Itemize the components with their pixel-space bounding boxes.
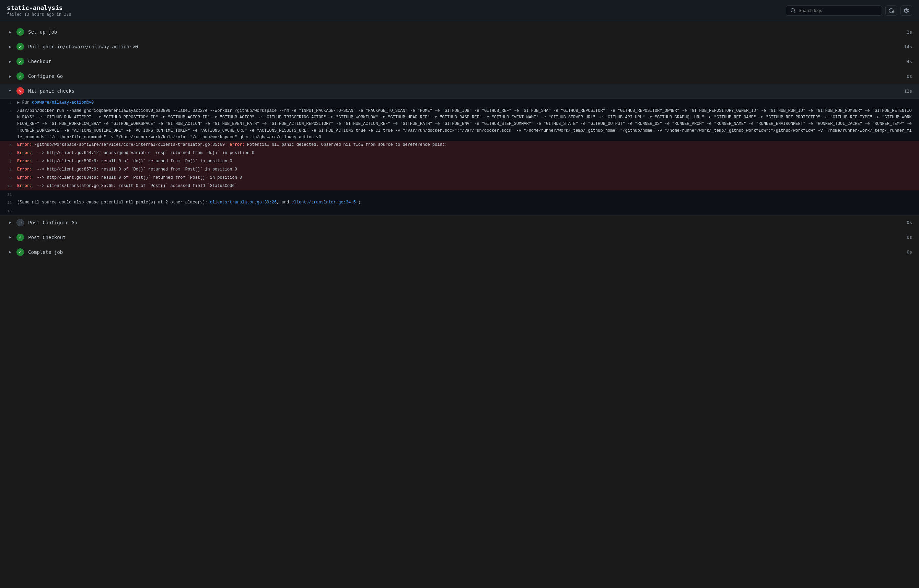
chevron-right-icon: ▶	[7, 29, 14, 36]
step-duration: 4s	[907, 59, 912, 64]
chevron-right-icon: ▶	[7, 73, 14, 79]
log-line: 13	[0, 207, 919, 215]
step-label: Configure Go	[28, 73, 903, 79]
line-number: 4	[0, 107, 17, 115]
step-status-icon: ✓	[16, 28, 24, 36]
log-line-error: 6 Error: --> http/client.go:644:12: unas…	[0, 149, 919, 157]
step-row[interactable]: ▶ ○ Post Configure Go 0s	[0, 215, 919, 230]
log-line-error: 9 Error: --> http/client.go:834:9: resul…	[0, 174, 919, 182]
line-content: Error: --> http/client.go:834:9: result …	[17, 174, 919, 181]
step-label: Set up job	[28, 29, 903, 35]
step-label: Post Configure Go	[28, 220, 903, 225]
step-status-icon: ✓	[16, 234, 24, 241]
step-duration: 0s	[907, 235, 912, 240]
log-line-error: 10 Error: --> clients/translator.go:35:6…	[0, 182, 919, 191]
line-number: 13	[0, 207, 17, 215]
chevron-right-icon: ▶	[7, 58, 14, 65]
step-duration: 0s	[907, 220, 912, 225]
step-status-icon-failed: ✕	[16, 87, 24, 95]
line-number: 8	[0, 166, 17, 174]
settings-button[interactable]	[900, 5, 912, 16]
header: static-analysis failed 13 hours ago in 3…	[0, 0, 919, 21]
step-row[interactable]: ▶ ✓ Checkout 4s	[0, 54, 919, 69]
line-number: 12	[0, 199, 17, 207]
line-content: Error: /github/workspace/software/servic…	[17, 141, 919, 148]
chevron-right-icon: ▶	[7, 249, 14, 255]
step-row[interactable]: ▶ ✓ Set up job 2s	[0, 25, 919, 39]
log-line: 11	[0, 191, 919, 199]
page-subtitle: failed 13 hours ago in 37s	[7, 12, 71, 17]
line-content	[17, 191, 919, 198]
log-line: 4 /usr/bin/docker run --name ghcrioqbawa…	[0, 107, 919, 141]
step-label: Pull ghcr.io/qbaware/nilaway-action:v0	[28, 44, 900, 49]
log-substep-line: 1 ▶ Run qbaware/nilaway-action@v0	[0, 99, 919, 107]
step-status-icon-skipped: ○	[16, 219, 24, 226]
search-box[interactable]	[786, 5, 882, 16]
log-line-error: 7 Error: --> http/client.go:590:9: resul…	[0, 157, 919, 166]
step-label: Complete job	[28, 249, 903, 255]
gear-icon	[904, 8, 909, 13]
line-content: (Same nil source could also cause potent…	[17, 199, 919, 206]
step-status-icon: ✓	[16, 249, 24, 256]
step-row[interactable]: ▶ ✓ Pull ghcr.io/qbaware/nilaway-action:…	[0, 39, 919, 54]
step-row[interactable]: ▶ ✓ Post Checkout 0s	[0, 230, 919, 245]
log-line: 12 (Same nil source could also cause pot…	[0, 199, 919, 207]
refresh-button[interactable]	[885, 5, 897, 16]
step-status-icon: ✓	[16, 43, 24, 50]
line-content: Error: --> http/client.go:644:12: unassi…	[17, 150, 919, 157]
line-number: 5	[0, 141, 17, 149]
step-status-icon: ✓	[16, 73, 24, 80]
step-row[interactable]: ▶ ✓ Configure Go 0s	[0, 69, 919, 84]
log-section: 1 ▶ Run qbaware/nilaway-action@v0 4 /usr…	[0, 99, 919, 215]
line-content: Error: --> http/client.go:857:9: result …	[17, 166, 919, 173]
step-status-icon: ✓	[16, 58, 24, 65]
steps-container: ▶ ✓ Set up job 2s ▶ ✓ Pull ghcr.io/qbawa…	[0, 21, 919, 263]
line-number: 9	[0, 174, 17, 182]
step-label: Nil panic checks	[28, 88, 900, 94]
page-title: static-analysis	[7, 4, 71, 11]
refresh-icon	[888, 8, 894, 13]
step-duration: 0s	[907, 249, 912, 255]
line-content	[17, 207, 919, 214]
search-icon	[790, 8, 796, 13]
line-content: ▶ Run qbaware/nilaway-action@v0	[17, 99, 919, 106]
line-number: 11	[0, 191, 17, 198]
step-duration: 12s	[904, 89, 912, 94]
line-number: 1	[0, 99, 17, 107]
chevron-down-icon: ▶	[7, 87, 14, 94]
step-row-expanded[interactable]: ▶ ✕ Nil panic checks 12s	[0, 84, 919, 99]
line-number: 7	[0, 158, 17, 165]
header-left: static-analysis failed 13 hours ago in 3…	[7, 4, 71, 17]
step-label: Checkout	[28, 59, 903, 64]
chevron-right-icon: ▶	[7, 219, 14, 226]
log-line-error: 8 Error: --> http/client.go:857:9: resul…	[0, 166, 919, 174]
chevron-right-icon: ▶	[7, 234, 14, 241]
log-line-error: 5 Error: /github/workspace/software/serv…	[0, 141, 919, 149]
line-number: 10	[0, 183, 17, 190]
step-duration: 14s	[904, 44, 912, 49]
line-content: Error: --> clients/translator.go:35:69: …	[17, 183, 919, 189]
search-input[interactable]	[799, 8, 877, 13]
line-number: 6	[0, 150, 17, 157]
step-duration: 2s	[907, 29, 912, 35]
step-row[interactable]: ▶ ✓ Complete job 0s	[0, 245, 919, 260]
line-content: Error: --> http/client.go:590:9: result …	[17, 158, 919, 165]
header-right	[786, 5, 912, 16]
step-duration: 0s	[907, 74, 912, 79]
step-label: Post Checkout	[28, 235, 903, 240]
line-content: /usr/bin/docker run --name ghcrioqbaware…	[17, 107, 919, 141]
chevron-right-icon: ▶	[7, 43, 14, 50]
